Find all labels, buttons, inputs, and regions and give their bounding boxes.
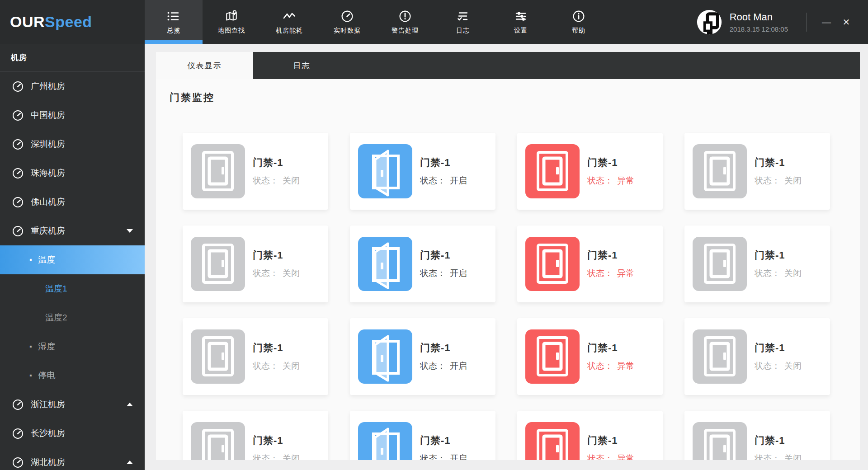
door-closed-icon — [191, 329, 245, 384]
status-label: 状态： — [755, 453, 780, 460]
status-label: 状态： — [420, 360, 446, 372]
tab-gauge-display[interactable]: 仪表显示 — [156, 52, 253, 79]
door-status-tile — [358, 329, 412, 384]
door-card-title: 门禁-1 — [587, 249, 634, 262]
sidebar-item-zhejiang[interactable]: 浙江机房 — [0, 390, 145, 419]
status-label: 状态： — [253, 360, 278, 372]
door-card-status: 状态： 关闭 — [755, 453, 802, 460]
minimize-button[interactable]: — — [816, 12, 836, 32]
sidebar-item-changsha[interactable]: 长沙机房 — [0, 419, 145, 448]
log-icon — [456, 9, 470, 23]
nav-item-alerts[interactable]: 警告处理 — [376, 0, 434, 44]
door-card-status: 状态： 开启 — [420, 453, 467, 460]
status-label: 状态： — [420, 268, 446, 279]
gauge-icon — [12, 109, 24, 122]
avatar[interactable] — [697, 9, 722, 35]
sidebar-list: 广州机房 中国机房 深圳机房 珠海机房 佛山机房 — [0, 72, 145, 470]
door-status-tile — [358, 237, 412, 291]
door-card[interactable]: 门禁-1 状态： 关闭 — [183, 226, 328, 302]
sidebar-title: 机房 — [0, 44, 145, 72]
status-value: 关闭 — [283, 360, 300, 372]
door-card-status: 状态： 关闭 — [253, 175, 300, 187]
nav-item-help[interactable]: 帮助 — [550, 0, 608, 44]
nav-item-energy[interactable]: 机房能耗 — [260, 0, 318, 44]
status-value: 开启 — [450, 175, 467, 187]
sidebar-item-zhongguo[interactable]: 中国机房 — [0, 101, 145, 130]
door-card-title: 门禁-1 — [253, 249, 300, 262]
door-card-title: 门禁-1 — [253, 434, 300, 447]
door-card-status: 状态： 异常 — [587, 268, 634, 279]
status-label: 状态： — [253, 175, 278, 187]
door-closed-icon — [693, 237, 747, 291]
door-card[interactable]: 门禁-1 状态： 关闭 — [684, 226, 830, 302]
sidebar-item-temperature-2[interactable]: 温度2 — [0, 303, 145, 332]
door-open-icon — [358, 422, 412, 460]
door-card[interactable]: 门禁-1 状态： 异常 — [517, 133, 663, 210]
energy-icon — [282, 9, 297, 23]
door-card-title: 门禁-1 — [420, 156, 467, 169]
sidebar-item-shenzhen[interactable]: 深圳机房 — [0, 130, 145, 159]
door-card[interactable]: 门禁-1 状态： 异常 — [517, 411, 663, 460]
nav-item-settings[interactable]: 设置 — [492, 0, 550, 44]
status-value: 关闭 — [283, 453, 300, 460]
nav-item-overview[interactable]: 总揽 — [145, 0, 203, 44]
user-area: Root Man 2018.3.15 12:08:05 — ✕ — [697, 0, 868, 44]
gauge-icon — [12, 138, 24, 150]
door-card[interactable]: 门禁-1 状态： 开启 — [350, 133, 495, 210]
door-closed-icon — [693, 422, 747, 460]
sidebar-item-temperature[interactable]: 温度 — [0, 245, 145, 274]
sidebar-item-humidity[interactable]: 湿度 — [0, 332, 145, 361]
door-card[interactable]: 门禁-1 状态： 关闭 — [684, 133, 830, 210]
tab-log[interactable]: 日志 — [253, 52, 350, 79]
status-value: 关闭 — [784, 360, 802, 372]
door-card[interactable]: 门禁-1 状态： 关闭 — [183, 411, 328, 460]
door-card[interactable]: 门禁-1 状态： 开启 — [350, 411, 495, 460]
door-card[interactable]: 门禁-1 状态： 开启 — [350, 226, 495, 302]
status-label: 状态： — [587, 175, 613, 187]
sidebar-item-power-off[interactable]: 停电 — [0, 361, 145, 390]
door-card[interactable]: 门禁-1 状态： 关闭 — [183, 133, 328, 210]
nav-item-realtime[interactable]: 实时数据 — [318, 0, 376, 44]
door-card-title: 门禁-1 — [420, 249, 467, 262]
status-label: 状态： — [755, 360, 780, 372]
door-card-status: 状态： 关闭 — [253, 268, 300, 279]
close-button[interactable]: ✕ — [836, 12, 856, 32]
door-card[interactable]: 门禁-1 状态： 异常 — [517, 226, 663, 302]
door-card[interactable]: 门禁-1 状态： 关闭 — [684, 318, 830, 395]
bullet-icon — [29, 340, 38, 353]
sidebar-item-temperature-1[interactable]: 温度1 — [0, 274, 145, 303]
door-card-status: 状态： 异常 — [587, 453, 634, 460]
sidebar-item-hubei[interactable]: 湖北机房 — [0, 448, 145, 470]
sidebar-item-chongqing[interactable]: 重庆机房 — [0, 216, 145, 245]
tab-bar-filler — [350, 52, 860, 79]
door-status-tile — [693, 237, 747, 291]
door-status-tile — [358, 422, 412, 460]
status-label: 状态： — [420, 453, 446, 460]
nav-item-logs[interactable]: 日志 — [434, 0, 492, 44]
door-card[interactable]: 门禁-1 状态： 关闭 — [684, 411, 830, 460]
door-status-tile — [693, 422, 747, 460]
datetime: 2018.3.15 12:08:05 — [730, 25, 788, 33]
door-card-status: 状态： 开启 — [420, 360, 467, 372]
door-card[interactable]: 门禁-1 状态： 异常 — [517, 318, 663, 395]
nav-item-map-search[interactable]: 地图查找 — [203, 0, 260, 44]
status-label: 状态： — [755, 268, 780, 279]
status-label: 状态： — [587, 268, 613, 279]
logo-text-speed: Speed — [45, 13, 92, 31]
sidebar-item-foshan[interactable]: 佛山机房 — [0, 188, 145, 216]
door-card-status: 状态： 开启 — [420, 175, 467, 187]
sidebar-item-guangzhou[interactable]: 广州机房 — [0, 72, 145, 101]
gauge-icon — [12, 456, 24, 469]
door-card[interactable]: 门禁-1 状态： 关闭 — [183, 318, 328, 395]
caret-down-icon — [127, 229, 133, 233]
app-logo: OURSpeed — [0, 0, 145, 44]
door-card-status: 状态： 关闭 — [253, 453, 300, 460]
door-open-icon — [358, 237, 412, 291]
sidebar-item-zhuhai[interactable]: 珠海机房 — [0, 159, 145, 188]
door-card[interactable]: 门禁-1 状态： 开启 — [350, 318, 495, 395]
door-card-status: 状态： 开启 — [420, 268, 467, 279]
door-closed-icon — [525, 237, 580, 291]
main-content: 仪表显示 日志 门禁监控 门禁-1 状态： 关闭 门禁-1 状态： 开启 门禁-… — [145, 44, 868, 470]
door-card-title: 门禁-1 — [755, 156, 802, 169]
door-closed-icon — [525, 422, 580, 460]
